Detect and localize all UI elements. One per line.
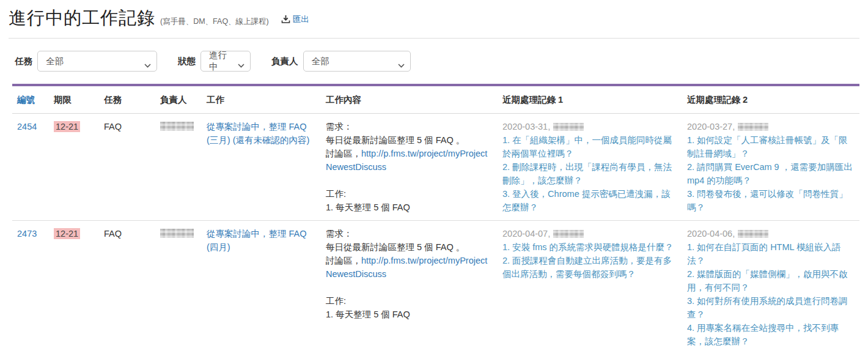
record-item: 3. 登入後，Chrome 提示密碼已遭洩漏，該怎麼辦？	[502, 187, 677, 214]
header-owner: 負責人	[155, 85, 202, 114]
record-date: 2020-03-27,	[687, 122, 735, 131]
header-task: 任務	[99, 85, 155, 114]
deadline-badge: 12-21	[54, 228, 80, 239]
owner-filter-select[interactable]: 全部	[303, 51, 411, 72]
export-label: 匯出	[293, 14, 309, 25]
header-id[interactable]: 編號	[12, 85, 49, 114]
redacted-record-name	[738, 123, 768, 131]
owner-cell	[155, 221, 202, 348]
record-cell: 2020-04-07,1. 安裝 fms 的系統需求與硬體規格是什麼？2. 面授…	[498, 221, 682, 348]
chevron-down-icon	[144, 60, 151, 70]
record-date-line: 2020-03-27,	[687, 120, 855, 133]
header-deadline: 期限	[49, 85, 99, 114]
record-date-line: 2020-03-31,	[502, 120, 677, 133]
record-item: 3. 如何對所有使用系統的成員進行問卷調查？	[687, 294, 855, 321]
redacted-owner-name	[160, 229, 194, 238]
task-filter-label: 任務	[15, 56, 32, 67]
header-content: 工作內容	[321, 85, 498, 114]
filter-bar: 任務 全部 狀態 進行中 負責人 全部	[15, 51, 859, 72]
chevron-down-icon	[398, 60, 405, 70]
record-item: 1. 在「組織架構」中，一個成員能同時從屬於兩個單位裡嗎？	[502, 133, 677, 160]
export-button[interactable]: 匯出	[281, 14, 309, 25]
download-icon	[281, 15, 290, 24]
row-id-link[interactable]: 2473	[17, 229, 37, 239]
table-row: 2454 12-21 FAQ 從專案討論中，整理 FAQ (三月) (還有未確認…	[12, 114, 859, 221]
table-header-row: 編號 期限 任務 負責人 工作 工作內容 近期處理記錄 1 近期處理記錄 2	[12, 85, 859, 114]
deadline-badge: 12-21	[54, 121, 80, 132]
deadline-cell: 12-21	[49, 221, 99, 348]
page-subtitle: (寫手冊、DM、FAQ、線上課程)	[160, 17, 269, 27]
header-work: 工作	[202, 85, 321, 114]
table-row: 2473 12-21 FAQ 從專案討論中，整理 FAQ (四月) 需求： 每日…	[12, 221, 859, 348]
content-url-link[interactable]: http://p.fms.tw/project/myProjectNewestD…	[326, 256, 487, 279]
redacted-owner-name	[160, 122, 194, 131]
record-cell: 2020-03-31,1. 在「組織架構」中，一個成員能同時從屬於兩個單位裡嗎？…	[498, 114, 682, 221]
content-cell: 需求： 每日從最新討論區整理 5 個 FAQ 。 討論區，http://p.fm…	[321, 221, 498, 348]
record-item: 2. 面授課程會自動建立出席活動，要是有多個出席活動，需要每個都簽到嗎？	[502, 254, 677, 281]
work-link[interactable]: 從專案討論中，整理 FAQ (三月) (還有未確認的內容)	[207, 122, 309, 145]
owner-filter-value: 全部	[312, 56, 329, 67]
status-filter-label: 狀態	[178, 56, 196, 67]
page-header: 進行中的工作記錄 (寫手冊、DM、FAQ、線上課程) 匯出	[9, 0, 859, 31]
page-container: 進行中的工作記錄 (寫手冊、DM、FAQ、線上課程) 匯出 任務 全部 狀態 進…	[0, 0, 868, 348]
header-record1: 近期處理記錄 1	[498, 85, 682, 114]
header-record2: 近期處理記錄 2	[682, 85, 859, 114]
work-cell: 從專案討論中，整理 FAQ (四月)	[202, 221, 321, 348]
table-body: 2454 12-21 FAQ 從專案討論中，整理 FAQ (三月) (還有未確認…	[12, 114, 859, 348]
chevron-down-icon	[238, 60, 245, 70]
owner-filter-label: 負責人	[271, 56, 298, 67]
status-filter-value: 進行中	[209, 50, 234, 73]
header-divider	[9, 38, 859, 39]
record-date: 2020-03-31,	[502, 122, 550, 131]
redacted-record-name	[553, 230, 584, 238]
record-date: 2020-04-07,	[502, 229, 550, 239]
status-filter-select[interactable]: 進行中	[200, 51, 251, 72]
redacted-record-name	[738, 230, 768, 238]
row-id-link[interactable]: 2454	[17, 122, 37, 131]
record-cell: 2020-03-27,1. 如何設定「人工審核註冊帳號」及「限制註冊網域」？2.…	[682, 114, 859, 221]
redacted-record-name	[553, 123, 584, 131]
work-link[interactable]: 從專案討論中，整理 FAQ (四月)	[207, 229, 307, 252]
record-item: 2. 刪除課程時，出現「課程尚有學員，無法刪除」，該怎麼辦？	[502, 160, 677, 187]
record-date-line: 2020-04-06,	[687, 227, 855, 240]
record-item: 2. 媒體版面的「媒體側欄」，啟用與不啟用，有何不同？	[687, 267, 855, 294]
page-title: 進行中的工作記錄	[9, 6, 155, 31]
record-date-line: 2020-04-07,	[502, 227, 677, 240]
record-item: 1. 如何設定「人工審核註冊帳號」及「限制註冊網域」？	[687, 133, 855, 160]
task-filter-value: 全部	[46, 56, 64, 67]
owner-cell	[155, 114, 202, 221]
record-item: 1. 安裝 fms 的系統需求與硬體規格是什麼？	[502, 240, 677, 254]
id-cell: 2454	[12, 114, 49, 221]
content-url-link[interactable]: http://p.fms.tw/project/myProjectNewestD…	[326, 149, 487, 172]
content-cell: 需求： 每日從最新討論區整理 5 個 FAQ 。 討論區，http://p.fm…	[321, 114, 498, 221]
task-filter-select[interactable]: 全部	[37, 51, 157, 72]
task-cell: FAQ	[99, 114, 155, 221]
task-cell: FAQ	[99, 221, 155, 348]
record-date: 2020-04-06,	[687, 229, 735, 239]
worklog-table: 編號 期限 任務 負責人 工作 工作內容 近期處理記錄 1 近期處理記錄 2 2…	[12, 84, 859, 348]
work-cell: 從專案討論中，整理 FAQ (三月) (還有未確認的內容)	[202, 114, 321, 221]
record-item: 4. 用專案名稱在全站搜尋中，找不到專案，該怎麼辦？	[687, 321, 855, 348]
record-item: 3. 問卷發布後，還可以修改「問卷性質」嗎？	[687, 187, 855, 214]
record-item: 1. 如何在自訂頁面的 HTML 模組嵌入語法？	[687, 240, 855, 267]
id-cell: 2473	[12, 221, 49, 348]
deadline-cell: 12-21	[49, 114, 99, 221]
record-cell: 2020-04-06,1. 如何在自訂頁面的 HTML 模組嵌入語法？2. 媒體…	[682, 221, 859, 348]
record-item: 2. 請問購買 EverCam 9 ，還需要加購匯出 mp4 的功能嗎？	[687, 160, 855, 187]
